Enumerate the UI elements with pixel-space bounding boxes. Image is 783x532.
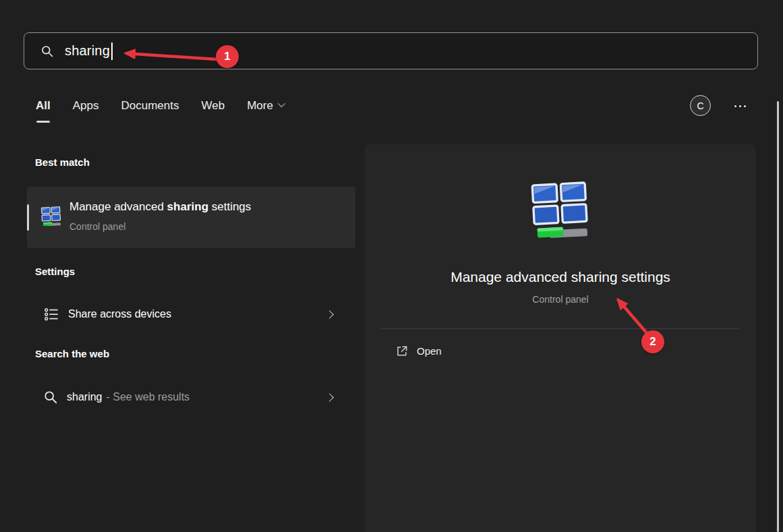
avatar-initial: C [697,100,703,111]
tab-all[interactable]: All [36,99,51,123]
selection-indicator [27,204,29,231]
best-match-heading: Best match [35,156,90,168]
tab-apps-label: Apps [73,99,99,113]
chevron-right-icon [325,393,334,402]
chevron-down-icon [278,100,285,107]
title-prefix: Manage advanced [69,200,167,213]
network-sharing-icon [40,206,62,228]
preview-subtitle: Control panel [532,294,588,305]
best-match-result[interactable]: Manage advanced sharing settings Control… [27,187,355,248]
badge-1-number: 1 [224,50,230,63]
best-match-subtitle: Control panel [69,221,125,232]
tab-documents[interactable]: Documents [121,99,179,123]
badge-2-number: 2 [649,335,656,349]
tab-more[interactable]: More [247,99,283,123]
text-cursor [111,42,113,60]
web-query-text: sharing [67,391,102,403]
preview-title: Manage advanced sharing settings [451,269,670,285]
open-action[interactable]: Open [395,345,442,357]
search-icon [43,390,58,405]
tab-web-label: Web [201,99,225,113]
share-across-devices-icon [43,306,59,322]
tab-web[interactable]: Web [201,99,225,123]
ellipsis-icon [734,105,736,107]
web-suffix-text: - See web results [106,391,190,403]
ellipsis-icon [744,105,746,107]
network-sharing-icon-large [529,181,591,243]
open-action-label: Open [417,345,442,357]
annotation-badge-1: 1 [216,45,239,68]
best-match-title: Manage advanced sharing settings [69,200,251,214]
chevron-right-icon [325,310,334,319]
search-the-web-heading: Search the web [35,348,109,359]
ellipsis-icon [739,105,741,107]
more-options-button[interactable] [728,99,751,113]
scrollbar[interactable] [777,101,779,532]
tab-more-label: More [247,99,273,113]
user-avatar[interactable]: C [690,95,711,116]
settings-heading: Settings [35,266,75,277]
tab-all-label: All [36,99,51,113]
tab-apps[interactable]: Apps [73,99,99,123]
divider [381,328,740,329]
preview-panel: Manage advanced sharing settings Control… [365,144,756,532]
search-icon [40,45,54,58]
search-input[interactable]: sharing [24,32,758,69]
tab-documents-label: Documents [121,99,179,113]
open-external-icon [395,345,408,357]
search-filter-tabs: All Apps Documents Web More [36,99,283,123]
title-suffix: settings [208,200,251,213]
search-query-text: sharing [65,43,110,59]
windows-search-flyout: sharing All Apps Documents Web More C Be… [0,0,783,532]
settings-result-label: Share across devices [68,308,171,320]
title-highlight: sharing [167,200,208,213]
web-search-result[interactable]: sharing - See web results [27,378,355,417]
settings-result-share-across-devices[interactable]: Share across devices [27,295,355,334]
annotation-badge-2: 2 [641,330,664,353]
